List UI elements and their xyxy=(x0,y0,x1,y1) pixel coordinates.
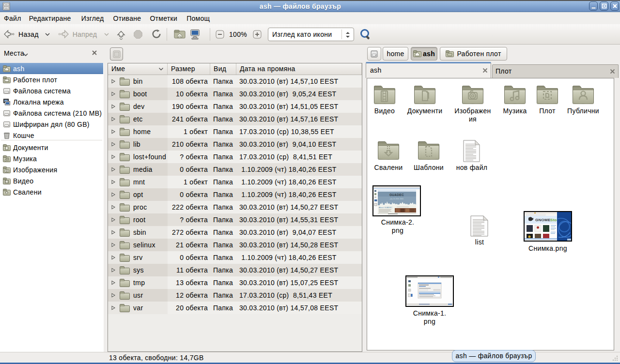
svg-text:GUADEC: GUADEC xyxy=(389,193,404,197)
svg-text:About GUADEC: About GUADEC xyxy=(379,207,392,209)
svg-text:GNOME: GNOME xyxy=(535,218,551,222)
svg-text:july 24-30th 2010: july 24-30th 2010 xyxy=(389,198,403,200)
